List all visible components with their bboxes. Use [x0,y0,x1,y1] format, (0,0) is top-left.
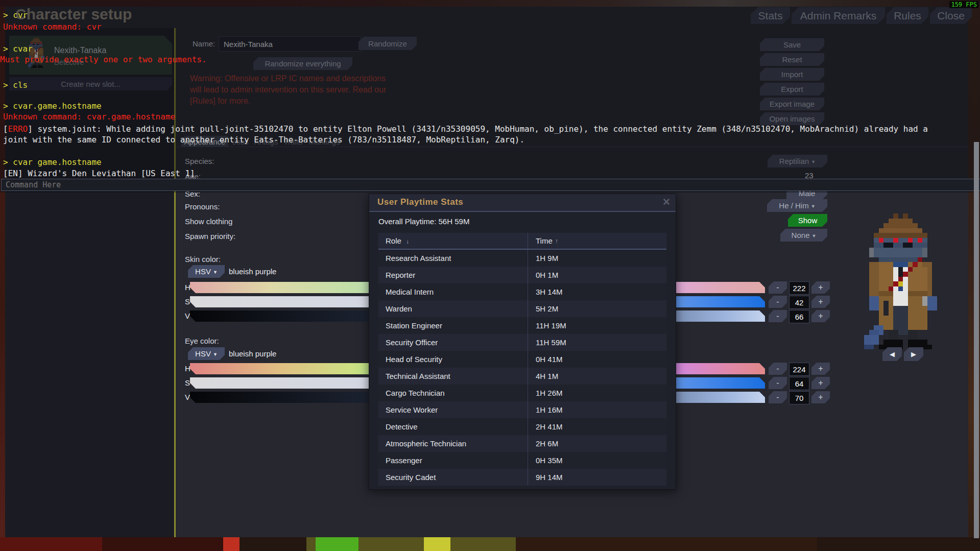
eye-channel-letter: V [185,393,190,401]
playtime-time-cell: 2H 6M [528,435,666,452]
playtime-row: Security Cadet9H 14M [378,469,666,486]
skin-color-mode-dropdown[interactable]: HSV ▼ [188,265,225,278]
pronouns-value: He / Him [779,201,808,210]
eye-h-increment-button[interactable]: + [811,363,830,375]
playtime-table-header: Role ↓ Time ↑ [378,233,666,250]
console-line: Must provide exactly one or two argument… [0,55,207,64]
chevron-down-icon: ▼ [213,352,218,357]
eye-s-value[interactable]: 64 [789,377,809,390]
playtime-role-cell: Warden [378,304,528,313]
playtime-table: Role ↓ Time ↑ Research Assistant1H 9MRep… [378,233,666,486]
show-clothing-label: Show clothing [185,217,232,226]
playtime-time-cell: 4H 1M [528,368,666,385]
spawn-priority-label: Spawn priority: [185,232,235,241]
chevron-down-icon: ▼ [213,270,218,275]
overall-playtime-text: Overall Playtime: 56H 59M [378,217,469,226]
pronouns-label: Pronouns: [185,202,220,211]
playtime-time-cell: 1H 9M [528,250,666,267]
playtime-row: Research Assistant1H 9M [378,250,666,267]
playtime-stats-modal: User Playtime Stats ✕ Overall Playtime: … [369,194,676,490]
console-line: [ERRO] system.joint: While adding joint … [3,124,928,134]
console-line: > cls [3,80,28,90]
playtime-row: Passenger0H 35M [378,452,666,469]
playtime-row: Atmospheric Technician2H 6M [378,435,666,452]
eye-h-value[interactable]: 224 [789,363,809,376]
playtime-modal-titlebar[interactable]: User Playtime Stats ✕ [369,194,676,212]
role-column-header[interactable]: Role ↓ [378,236,528,245]
console-command-input[interactable] [1,179,980,191]
playtime-role-cell: Research Assistant [378,254,528,262]
playtime-row: Service Worker1H 16M [378,401,666,418]
playtime-time-cell: 3H 14M [528,283,666,300]
console-line: > cvr [3,10,28,20]
time-column-label: Time [536,236,553,245]
eye-color-name: blueish purple [229,349,276,358]
arrow-right-icon: ▶ [911,350,916,358]
skin-v-decrement-button[interactable]: - [769,310,787,322]
playtime-row: Head of Security0H 41M [378,351,666,368]
time-column-header[interactable]: Time ↑ [528,233,666,249]
console-line: > cvar [3,44,33,54]
playtime-time-cell: 1H 16M [528,401,666,418]
fps-counter: 159 FPS [949,1,978,8]
playtime-row: Station Engineer11H 19M [378,317,666,334]
playtime-time-cell: 11H 19M [528,317,666,334]
playtime-role-cell: Station Engineer [378,321,528,330]
skin-color-name: blueish purple [229,267,276,276]
skin-h-value[interactable]: 222 [789,281,809,295]
playtime-row: Technical Assistant4H 1M [378,368,666,385]
close-icon[interactable]: ✕ [662,196,671,208]
eye-color-label: Eye color: [185,337,219,345]
console-line: [EN] Wizard's Den Leviathan [US East 1] [3,169,195,178]
skin-v-increment-button[interactable]: + [811,310,830,322]
sort-ascending-icon: ↑ [555,237,558,245]
playtime-time-cell: 5H 2M [528,300,666,317]
playtime-time-cell: 0H 1M [528,267,666,283]
playtime-role-cell: Security Officer [378,338,528,347]
debug-console: > cvrUnknown command: cvr> cvarMust prov… [0,0,980,193]
eye-color-mode-dropdown[interactable]: HSV ▼ [188,347,225,360]
eye-v-decrement-button[interactable]: - [769,391,787,403]
console-line: Unknown command: cvr [3,22,102,32]
skin-channel-letter: H [185,283,190,292]
game-floor-yellow [424,537,450,551]
playtime-time-cell: 11H 59M [528,334,666,351]
playtime-row: Medical Intern3H 14M [378,283,666,300]
skin-h-decrement-button[interactable]: - [769,281,787,294]
skin-h-increment-button[interactable]: + [811,281,830,294]
skin-color-mode-value: HSV [195,267,211,276]
show-clothing-button[interactable]: Show [788,214,827,227]
eye-v-value[interactable]: 70 [789,391,809,404]
game-floor-dark [102,537,225,551]
eye-s-decrement-button[interactable]: - [769,377,787,389]
eye-s-increment-button[interactable]: + [811,377,830,389]
eye-color-mode-value: HSV [195,349,211,358]
eye-h-decrement-button[interactable]: - [769,363,787,375]
console-line: > cvar.game.hostname [3,101,102,111]
skin-v-value[interactable]: 66 [789,310,809,323]
playtime-role-cell: Atmospheric Technician [378,439,528,448]
playtime-role-cell: Head of Security [378,355,528,364]
playtime-role-cell: Passenger [378,456,528,465]
playtime-row: Warden5H 2M [378,300,666,317]
playtime-row: Cargo Technician1H 26M [378,385,666,401]
playtime-row: Detective2H 41M [378,418,666,435]
sort-descending-icon: ↓ [406,238,409,245]
chevron-down-icon: ▼ [811,204,816,209]
playtime-role-cell: Service Worker [378,405,528,414]
playtime-role-cell: Medical Intern [378,288,528,296]
playtime-row: Reporter0H 1M [378,267,666,283]
chevron-down-icon: ▼ [811,233,816,238]
skin-channel-letter: S [185,297,190,306]
playtime-row: Security Officer11H 59M [378,334,666,351]
eye-v-increment-button[interactable]: + [811,391,830,403]
skin-s-value[interactable]: 42 [789,296,809,309]
skin-s-decrement-button[interactable]: - [769,296,787,308]
console-line: > cvar game.hostname [3,157,102,167]
spawn-priority-dropdown[interactable]: None ▼ [780,229,827,242]
console-line: joint with the same ID connected to anot… [3,135,524,145]
scrollbar[interactable] [974,142,979,538]
pronouns-dropdown[interactable]: He / Him ▼ [767,199,827,212]
skin-s-increment-button[interactable]: + [811,296,830,308]
playtime-modal-title: User Playtime Stats [377,197,463,207]
